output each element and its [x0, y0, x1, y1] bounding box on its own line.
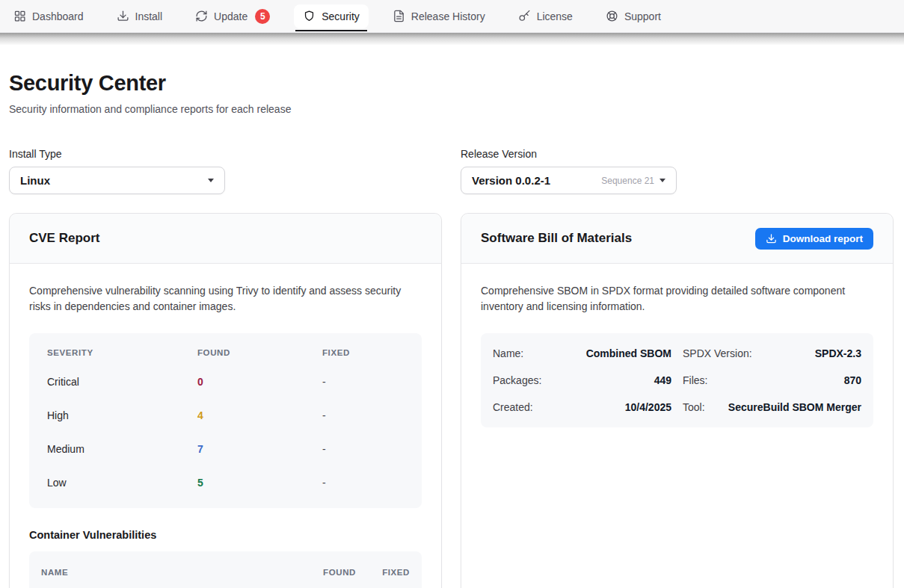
found-column-header: FOUND — [310, 568, 356, 577]
field-value: Combined SBOM — [586, 347, 671, 359]
sbom-card: Software Bill of Materials Download repo… — [461, 213, 894, 588]
table-row: Low 5 - — [29, 465, 422, 499]
field-value: 870 — [844, 374, 861, 386]
container-vulnerabilities-title: Container Vulnerabilities — [29, 529, 422, 541]
nav-item-support[interactable]: Support — [597, 4, 670, 28]
install-type-filter: Install Type Linux — [9, 148, 442, 194]
found-value: 4 — [197, 409, 322, 421]
release-version-select[interactable]: Version 0.0.2-1 Sequence 21 — [461, 167, 677, 194]
field-label: Name: — [493, 347, 523, 359]
nav-label: Update — [214, 10, 247, 22]
sbom-tool-field: Tool: SecureBuild SBOM Merger — [683, 401, 861, 413]
download-icon — [117, 10, 129, 22]
security-center-page: Security Center Security information and… — [0, 71, 904, 588]
download-report-label: Download report — [783, 233, 863, 244]
release-version-filter: Release Version Version 0.0.2-1 Sequence… — [461, 148, 894, 194]
sbom-files-field: Files: 870 — [683, 374, 861, 386]
nav-label: Dashboard — [32, 10, 84, 22]
shield-icon — [303, 10, 316, 22]
table-row: Medium 7 - — [29, 432, 422, 465]
document-icon — [393, 10, 405, 22]
severity-table-header: SEVERITY FOUND FIXED — [29, 333, 422, 365]
key-icon — [518, 10, 531, 22]
severity-column-header: SEVERITY — [47, 348, 197, 357]
sbom-created-field: Created: 10/4/2025 — [493, 401, 671, 413]
top-navigation: Dashboard Install Update 5 Security Rele… — [0, 0, 904, 33]
severity-label: Critical — [47, 376, 197, 388]
lifebuoy-icon — [606, 10, 618, 22]
dashboard-grid-icon — [13, 10, 26, 22]
field-label: Packages: — [493, 374, 541, 386]
severity-label: Low — [47, 477, 197, 489]
filters-row: Install Type Linux Release Version Versi… — [9, 148, 894, 194]
nav-label: Security — [322, 10, 360, 22]
container-vulnerabilities-table-header: NAME FOUND FIXED — [29, 551, 422, 588]
nav-label: Support — [624, 10, 661, 22]
refresh-icon — [195, 10, 208, 22]
page-title: Security Center — [9, 71, 894, 96]
download-report-button[interactable]: Download report — [755, 228, 873, 250]
release-version-value: Version 0.0.2-1 — [472, 174, 550, 187]
cve-report-card: CVE Report Comprehensive vulnerability s… — [9, 213, 442, 588]
cve-description: Comprehensive vulnerability scanning usi… — [29, 283, 422, 315]
field-value: SecureBuild SBOM Merger — [728, 401, 861, 413]
field-value: SPDX-2.3 — [815, 347, 861, 359]
found-value: 5 — [197, 477, 322, 489]
sbom-description: Comprehensive SBOM in SPDX format provid… — [481, 283, 873, 315]
nav-item-release-history[interactable]: Release History — [384, 4, 494, 28]
update-count-badge: 5 — [255, 9, 270, 24]
page-subtitle: Security information and compliance repo… — [9, 103, 894, 115]
field-label: Tool: — [683, 401, 705, 413]
field-value: 10/4/2025 — [625, 401, 671, 413]
found-value: 7 — [197, 443, 322, 455]
install-type-select[interactable]: Linux — [9, 167, 225, 194]
name-column-header: NAME — [41, 568, 310, 577]
cve-card-title: CVE Report — [29, 231, 99, 246]
severity-table: SEVERITY FOUND FIXED Critical 0 - High 4… — [29, 333, 422, 508]
fixed-column-header: FIXED — [371, 568, 410, 577]
field-label: Files: — [683, 374, 707, 386]
found-value: 0 — [197, 376, 322, 388]
nav-label: License — [537, 10, 573, 22]
found-column-header: FOUND — [197, 348, 322, 357]
fixed-value: - — [322, 376, 404, 388]
fixed-value: - — [322, 477, 404, 489]
sbom-card-title: Software Bill of Materials — [481, 231, 632, 246]
field-value: 449 — [654, 374, 671, 386]
table-row: Critical 0 - — [29, 365, 422, 398]
sbom-details-row: Packages: 449 Files: 870 — [481, 367, 873, 394]
cve-card-body: Comprehensive vulnerability scanning usi… — [10, 264, 441, 588]
install-type-label: Install Type — [9, 148, 442, 160]
chevron-down-icon — [208, 179, 214, 182]
sbom-spdx-version-field: SPDX Version: SPDX-2.3 — [683, 347, 861, 359]
nav-label: Install — [135, 10, 163, 22]
severity-label: Medium — [47, 443, 197, 455]
nav-item-license[interactable]: License — [509, 4, 582, 28]
field-label: Created: — [493, 401, 533, 413]
fixed-value: - — [322, 409, 404, 421]
sbom-details: Name: Combined SBOM SPDX Version: SPDX-2… — [481, 333, 873, 427]
nav-item-security[interactable]: Security — [294, 4, 369, 28]
sbom-name-field: Name: Combined SBOM — [493, 347, 671, 359]
cve-card-header: CVE Report — [10, 214, 441, 264]
nav-label: Release History — [411, 10, 485, 22]
severity-label: High — [47, 409, 197, 421]
install-type-value: Linux — [20, 174, 50, 187]
sbom-details-row: Name: Combined SBOM SPDX Version: SPDX-2… — [481, 340, 873, 367]
table-row: High 4 - — [29, 398, 422, 432]
sbom-details-row: Created: 10/4/2025 Tool: SecureBuild SBO… — [481, 394, 873, 421]
download-icon — [766, 233, 777, 244]
scroll-shadow — [0, 33, 904, 45]
chevron-down-icon — [659, 179, 665, 182]
nav-item-dashboard[interactable]: Dashboard — [4, 4, 93, 28]
sequence-label: Sequence 21 — [601, 176, 654, 186]
sbom-card-body: Comprehensive SBOM in SPDX format provid… — [461, 264, 893, 447]
release-version-label: Release Version — [461, 148, 894, 160]
nav-item-update[interactable]: Update 5 — [186, 4, 279, 28]
fixed-column-header: FIXED — [322, 348, 404, 357]
fixed-value: - — [322, 443, 404, 455]
sbom-card-header: Software Bill of Materials Download repo… — [461, 214, 893, 264]
sbom-packages-field: Packages: 449 — [493, 374, 671, 386]
nav-item-install[interactable]: Install — [108, 4, 172, 28]
report-cards: CVE Report Comprehensive vulnerability s… — [9, 213, 894, 588]
